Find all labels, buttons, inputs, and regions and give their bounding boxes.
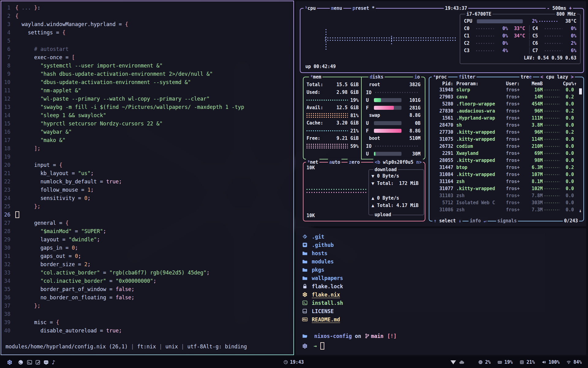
stat-ram[interactable]: 19% [497, 359, 513, 365]
line-number: 31 [1, 252, 15, 260]
taskbar-clock[interactable]: 19:43 [283, 356, 304, 368]
stat-hdd[interactable]: 21% [519, 359, 535, 365]
process-row[interactable]: 26732codiumfros+210M0.0 [429, 143, 583, 150]
line-number: 33 [1, 269, 15, 277]
editor-line: 10"dbus-update-activation-environment --… [1, 78, 293, 86]
volume-icon [541, 360, 546, 365]
mem-stat-row: Used:2.98 GiB [307, 89, 359, 96]
menu-button[interactable]: menu [330, 5, 343, 12]
line-number: 27 [1, 219, 15, 227]
proc-select-hint[interactable]: ↑ select ↓ [432, 217, 462, 224]
line-number: 10 [1, 78, 15, 86]
cpu-core-rows: C00%33°CC40%C10%34°CC50%C20%C62%C34%C76% [464, 25, 576, 54]
upload-total: ▲ Total: 4.17 MiB [371, 202, 420, 209]
proc-filter-button[interactable]: filter [458, 74, 477, 80]
file-list-item: .git [302, 232, 586, 241]
line-number: 39 [1, 318, 15, 327]
file-name: .git [312, 234, 324, 240]
process-row[interactable]: 31084.kitty-wrappedfros+107M0.0 [429, 171, 583, 178]
stat-value: 2% [485, 359, 491, 365]
disk-bar-row: F281G [365, 104, 422, 112]
file-list-item: pkgs [302, 266, 586, 274]
command-line[interactable]: → [302, 341, 586, 351]
tray-cloud-icon[interactable] [459, 356, 465, 368]
process-row[interactable]: 27730.kitty-wrappedfros+96M0.2 [429, 129, 583, 136]
mem-stat-row: Free:9.21 GiB [307, 135, 359, 142]
line-number: 13 [1, 103, 15, 111]
preset-button[interactable]: preset * [351, 5, 376, 12]
process-row[interactable]: 31077.kitty-wrappedfros+102M0.0 [429, 185, 583, 192]
statusline-file: modules/home/hyprland/config.nix [6, 343, 106, 350]
process-row[interactable]: 2291Xwaylandfros+69M0.0 [429, 150, 583, 157]
net-auto-button[interactable]: auto [328, 159, 341, 166]
btop-window[interactable]: ¹cpu menu preset * 19:43:37 - 500ms + up… [296, 1, 586, 226]
editor-line: 16"waybar &" [1, 128, 293, 136]
github-icon [302, 242, 312, 248]
disks-io-toggle[interactable]: io [413, 74, 421, 80]
process-row[interactable]: 31086zshfros+7.3M0.0 [429, 206, 583, 213]
taskbar-firefox-icon[interactable] [18, 356, 24, 368]
disks-panel-title[interactable]: disks [368, 74, 385, 80]
prompt-on-word: on [355, 333, 361, 339]
proc-signals-hint[interactable]: signals [496, 217, 518, 224]
net-zero-button[interactable]: zero [348, 159, 361, 166]
stat-chip[interactable]: 2% [478, 359, 491, 365]
upload-label: upload [373, 211, 392, 218]
process-row[interactable]: 31075.kitty-wrappedfros+114M0.0 [429, 136, 583, 143]
process-row[interactable]: 31103zshfros+7.8M0.0 [429, 192, 583, 199]
editor-cursor [15, 211, 19, 218]
editor-window[interactable]: 1{ ... }:2{3wayland.windowManager.hyprla… [1, 1, 294, 355]
cpu-graph-line [325, 40, 456, 41]
uptime-label: up 00:42:49 [305, 64, 336, 69]
process-row[interactable]: 31948slurpfros+16M0.0 [429, 86, 583, 94]
process-row[interactable]: 28055.kitty-wrappedfros+98M0.0 [429, 157, 583, 164]
folder-icon [302, 250, 312, 256]
proc-tree-button[interactable]: tree [519, 74, 533, 80]
editor-line: 14"sleep 1 && swaylock" [1, 111, 293, 120]
file-list-item: flake.lock [302, 282, 586, 290]
taskbar: ♪ 19:43 2%19%21%100%84% [0, 356, 588, 368]
proc-scrollbar-thumb[interactable] [579, 88, 582, 94]
editor-line: 33"col.active_border" = "rgb(cba6f7) rgb… [1, 269, 293, 277]
file-list-item: wallpapers [302, 274, 586, 282]
btop-cpu-box: ¹cpu menu preset * 19:43:37 - 500ms + up… [300, 8, 584, 73]
line-number: 28 [1, 227, 15, 236]
proc-info-hint[interactable]: info ↵ [469, 217, 488, 224]
process-list[interactable]: 31948slurpfros+16M0.027903cavafros+14M0.… [429, 86, 583, 213]
file-name: wallpapers [312, 275, 343, 281]
process-row[interactable]: 27903cavafros+14M0.2 [429, 94, 583, 101]
process-row[interactable]: 31447btopfros+6.3M0.2 [429, 164, 583, 171]
taskbar-music-icon[interactable]: ♪ [52, 356, 55, 368]
tray-wifi-icon[interactable] [450, 356, 456, 368]
process-row[interactable]: 31164zshfros+8.1M0.0 [429, 178, 583, 185]
line-number: 9 [1, 70, 15, 78]
stat-volume[interactable]: 100% [541, 359, 560, 365]
taskbar-nix-launcher-icon[interactable] [7, 356, 13, 368]
editor-line: 40disable_autoreload = true; [1, 327, 293, 335]
terminal-window[interactable]: .git.githubhostsmodulespkgswallpapersfla… [296, 228, 586, 355]
editor-code-area[interactable]: 1{ ... }:2{3wayland.windowManager.hyprla… [1, 1, 293, 335]
cpu-graph-line [325, 37, 456, 38]
taskbar-note-icon[interactable] [35, 356, 41, 368]
editor-line: 6# autostart [1, 45, 293, 53]
process-row[interactable]: 28470shfros+3.8M0.0 [429, 122, 583, 129]
proc-sort-selector[interactable]: < cpu lazy > [539, 74, 575, 80]
proc-scroll-down-icon[interactable]: ↓ [579, 208, 582, 213]
process-row[interactable]: 5280.floorp-wrappefros+454M0.0 [429, 101, 583, 108]
process-row[interactable]: 27830.audacious-wrafros+96M0.2 [429, 108, 583, 115]
net-interface-selector[interactable]: <b wlp0s20f0u5 n> [373, 159, 423, 166]
process-row[interactable]: 1561.Hyprland-wrapfros+111M0.0 [429, 115, 583, 122]
line-number: 37 [1, 302, 15, 310]
file-list-item: modules [302, 257, 586, 266]
cpu-model-label: i7-6700TE [465, 11, 492, 17]
line-number: 22 [1, 178, 15, 186]
process-row[interactable]: 5712Isolated Web Cfros+303M0.0 [429, 199, 583, 206]
taskbar-discord-icon[interactable] [43, 356, 49, 368]
mem-stat-row: Total:15.5 GiB [307, 81, 359, 89]
cpu-frequency-label: 800 MHz [555, 11, 577, 17]
taskbar-terminal-icon[interactable] [27, 356, 32, 368]
stat-wifi[interactable]: 84% [566, 359, 582, 365]
prompt-dirty-flag: [!] [387, 333, 397, 339]
editor-line: 31gaps_out = 0; [1, 252, 293, 260]
sort-direction-arrow[interactable]: ↑ [574, 80, 577, 85]
